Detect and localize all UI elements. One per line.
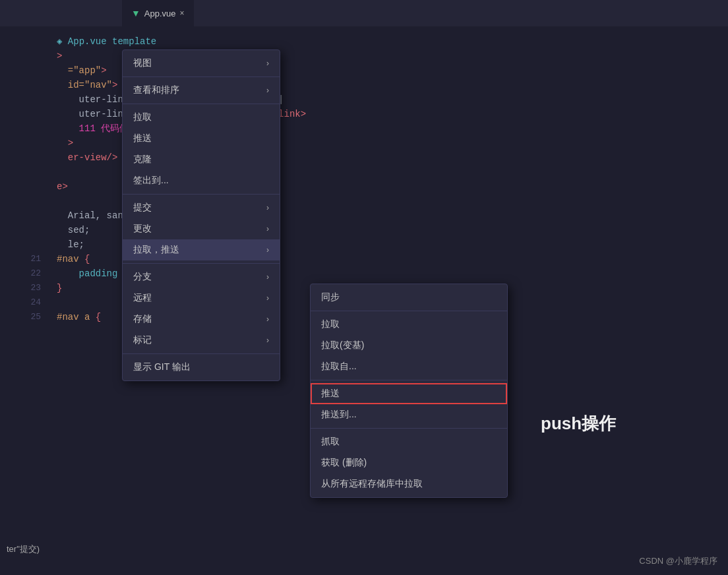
menu-item-pull-push[interactable]: 拉取，推送 › — [123, 239, 280, 260]
menu-item-branch[interactable]: 分支 › — [123, 266, 280, 288]
menu-item-view[interactable]: 视图 › — [123, 53, 280, 74]
submenu-item-fetch-prune[interactable]: 获取 (删除) — [311, 452, 507, 473]
sub-divider-2 — [311, 380, 507, 380]
main-context-menu: 视图 › 查看和排序 › 拉取 推送 克隆 签出到... 提交 › 更改 › 拉… — [122, 49, 280, 381]
bottom-hint: ter"提交) — [7, 543, 40, 555]
arrow-icon: › — [266, 86, 269, 95]
menu-item-stash[interactable]: 存储 › — [123, 309, 280, 330]
arrow-icon: › — [266, 293, 269, 303]
menu-item-tag[interactable]: 标记 › — [123, 330, 280, 351]
arrow-icon: › — [266, 245, 269, 255]
menu-item-pull[interactable]: 拉取 — [123, 107, 280, 128]
push-annotation: push操作 — [541, 412, 616, 435]
sub-context-menu: 同步 拉取 拉取(变基) 拉取自... 推送 推送到... 抓取 获取 (删除)… — [310, 284, 508, 498]
menu-item-sort[interactable]: 查看和排序 › — [123, 80, 280, 101]
sub-divider-1 — [311, 311, 507, 311]
submenu-item-fetch-all[interactable]: 从所有远程存储库中拉取 — [311, 473, 507, 495]
submenu-item-pull-from[interactable]: 拉取自... — [311, 356, 507, 377]
arrow-icon: › — [266, 224, 269, 233]
submenu-item-pull[interactable]: 拉取 — [311, 314, 507, 335]
menu-item-remote[interactable]: 远程 › — [123, 288, 280, 309]
arrow-icon: › — [266, 315, 269, 324]
sub-divider-3 — [311, 428, 507, 429]
tab-close-button[interactable]: × — [180, 9, 185, 18]
submenu-item-push-to[interactable]: 推送到... — [311, 404, 507, 425]
tab-filename: App.vue — [144, 9, 176, 18]
submenu-item-pull-rebase[interactable]: 拉取(变基) — [311, 335, 507, 356]
template-text: App.vue — [68, 36, 107, 47]
menu-item-show-git-output[interactable]: 显示 GIT 输出 — [123, 357, 280, 378]
arrow-icon: › — [266, 336, 269, 345]
tab-bar: ▼ App.vue × — [0, 0, 728, 26]
menu-divider-4 — [123, 263, 280, 264]
line-numbers: 21 22 23 24 25 — [0, 26, 46, 575]
app-vue-tab[interactable]: ▼ App.vue × — [122, 0, 194, 26]
submenu-item-sync[interactable]: 同步 — [311, 287, 507, 308]
menu-item-changes[interactable]: 更改 › — [123, 218, 280, 239]
menu-item-push[interactable]: 推送 — [123, 128, 280, 149]
arrow-icon: › — [266, 59, 269, 68]
menu-item-clone[interactable]: 克隆 — [123, 149, 280, 170]
menu-item-commit[interactable]: 提交 › — [123, 197, 280, 218]
menu-divider-2 — [123, 104, 280, 104]
vue-icon: ▼ — [131, 8, 140, 18]
code-line-1: ◈ App.vue template — [57, 34, 717, 49]
submenu-item-push[interactable]: 推送 — [311, 383, 507, 404]
menu-divider-1 — [123, 76, 280, 77]
watermark: CSDN @小鹿学程序 — [639, 555, 717, 567]
template-icon: ◈ — [57, 36, 68, 47]
menu-divider-3 — [123, 194, 280, 195]
arrow-icon: › — [266, 272, 269, 282]
menu-divider-5 — [123, 353, 280, 354]
arrow-icon: › — [266, 203, 269, 212]
submenu-item-fetch[interactable]: 抓取 — [311, 431, 507, 452]
menu-item-checkout[interactable]: 签出到... — [123, 170, 280, 191]
